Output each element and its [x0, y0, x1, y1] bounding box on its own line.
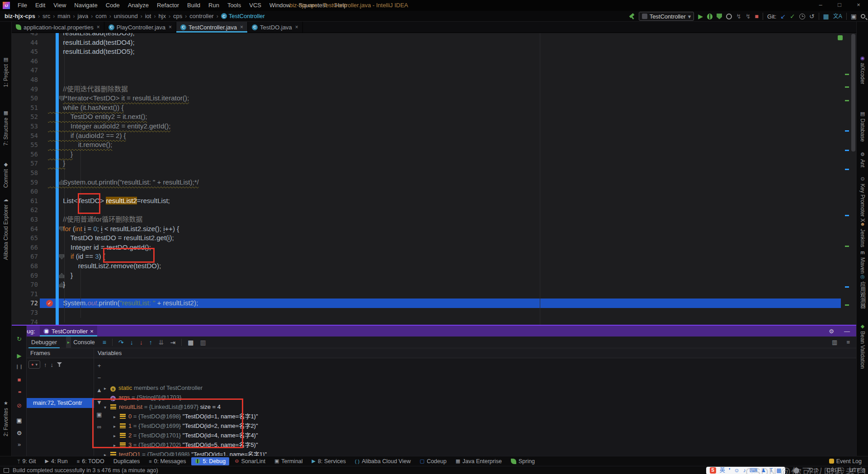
attach-profiler-icon[interactable]: ↯: [745, 11, 751, 21]
stop-button[interactable]: ■: [755, 11, 759, 21]
tab-console[interactable]: ▸Console: [61, 337, 99, 348]
toolwindow-button-aixcoder[interactable]: ◉aiXcoder: [857, 56, 868, 84]
menu-navigate[interactable]: Navigate: [70, 2, 101, 9]
toolwindow-button-duplicates[interactable]: Duplicates: [110, 457, 143, 465]
close-icon[interactable]: ×: [295, 24, 298, 30]
breadcrumb-item-hjx[interactable]: hjx: [158, 13, 166, 19]
minimize-button[interactable]: –: [811, 0, 830, 11]
toolwindow-button-sonarlint[interactable]: ⊖SonarLint: [231, 457, 269, 465]
menu-code[interactable]: Code: [102, 2, 124, 9]
step-into-icon[interactable]: ↓: [130, 339, 133, 346]
toolwindow-button-ant[interactable]: ⚙Ant: [857, 152, 868, 167]
settings-view-icon[interactable]: ▥: [200, 339, 206, 346]
run-anything-icon[interactable]: ▣: [851, 11, 857, 21]
toolwindow-button-4-run[interactable]: ▶4: Run: [41, 457, 71, 465]
toolwindow-button-key-promoter-x[interactable]: ⊙Key Promoter X: [857, 176, 868, 222]
menu-tools[interactable]: Tools: [223, 2, 245, 9]
gear-icon[interactable]: ⚙: [829, 328, 834, 335]
menu-edit[interactable]: Edit: [31, 2, 49, 9]
maximize-button[interactable]: □: [830, 0, 849, 11]
filter-icon[interactable]: [57, 362, 62, 367]
menu-analyze[interactable]: Analyze: [124, 2, 153, 9]
toolwindow-button-jenkins[interactable]: ☻Jenkins: [857, 222, 868, 247]
toolwindow-button-alibaba-cloud-view[interactable]: ( )Alibaba Cloud View: [351, 457, 415, 465]
breadcrumb-item-unisound[interactable]: unisound: [114, 13, 138, 19]
toolwindow-button-maven[interactable]: mMaven: [857, 250, 868, 274]
frame-up-icon[interactable]: ↑: [44, 361, 47, 368]
inspections-widget[interactable]: [838, 35, 843, 40]
debug-button[interactable]: [707, 14, 712, 19]
breadcrumb-item-TestController[interactable]: TestController: [229, 13, 265, 19]
mute-breakpoints-button[interactable]: ⊘: [12, 402, 27, 409]
breadcrumb-item-main[interactable]: main: [57, 13, 70, 19]
drop-frame-icon[interactable]: ⇊: [159, 339, 164, 346]
tab-TestDO.java[interactable]: CTestDO.java×: [248, 22, 303, 33]
stop-button[interactable]: ■: [12, 376, 27, 383]
layout-menu-icon[interactable]: ≡: [103, 339, 106, 346]
resume-button[interactable]: ▶: [12, 352, 27, 359]
toolwindow-toggle-icon[interactable]: [4, 468, 9, 473]
thread-selector[interactable]: ● ▾: [28, 360, 40, 369]
variable-row[interactable]: ▸testDO1 = {TestDO@1698} "TestDO(id=1, n…: [104, 450, 267, 456]
collapsed-arrow-icon[interactable]: ▸: [104, 384, 110, 393]
menu-refactor[interactable]: Refactor: [153, 2, 183, 9]
rollback-button[interactable]: ↺: [809, 11, 815, 21]
toolwindow-button-codeup[interactable]: ▢Codeup: [416, 457, 450, 465]
close-button[interactable]: ×: [849, 0, 868, 11]
pause-button[interactable]: ❙❙: [12, 364, 27, 369]
build-icon[interactable]: [629, 14, 635, 19]
menu-build[interactable]: Build: [183, 2, 204, 9]
toolwindow-button-6-todo[interactable]: ≡6: TODO: [73, 457, 108, 465]
close-icon[interactable]: ×: [169, 24, 172, 30]
toolwindow-button-java-enterprise[interactable]: ▦Java Enterprise: [452, 457, 505, 465]
scroll-up-button[interactable]: ▲: [94, 384, 104, 396]
profiler-button[interactable]: [726, 14, 732, 19]
toolwindow-button-2-favorites[interactable]: ★2: Favorites: [0, 401, 12, 436]
thread-dump-button[interactable]: ▣: [12, 417, 27, 424]
tab-PlayController.java[interactable]: CPlayController.java×: [104, 22, 176, 33]
menu-file[interactable]: File: [14, 2, 31, 9]
coverage-button[interactable]: [717, 14, 722, 19]
toolwindow-button-1-project[interactable]: ▤1: Project: [0, 57, 12, 87]
debugger-settings-button[interactable]: ⚙: [12, 430, 27, 436]
close-icon[interactable]: ×: [240, 24, 243, 30]
add-watch-button[interactable]: +: [94, 360, 104, 372]
frame-down-icon[interactable]: ↓: [50, 361, 53, 368]
close-icon[interactable]: ×: [97, 24, 100, 30]
toolwindow-button-spring[interactable]: Spring: [507, 457, 538, 465]
breadcrumb-item-src[interactable]: src: [42, 13, 50, 19]
breadcrumb-item-java[interactable]: java: [77, 13, 88, 19]
toolwindow-button-8-services[interactable]: ▶8: Services: [308, 457, 349, 465]
breadcrumb-item-biz-hjx-cps[interactable]: biz-hjx-cps: [5, 13, 35, 19]
vcs-update-button[interactable]: ↙: [780, 11, 786, 21]
view-as-table-icon[interactable]: ▦: [188, 339, 193, 346]
close-icon[interactable]: ×: [90, 328, 94, 335]
toolwindow-button-terminal[interactable]: ▣Terminal: [271, 457, 307, 465]
breadcrumb-item-iot[interactable]: iot: [145, 13, 151, 19]
view-breakpoints-button[interactable]: ●●: [12, 390, 27, 394]
vcs-commit-button[interactable]: ✓: [790, 11, 795, 21]
history-button[interactable]: [799, 14, 805, 19]
run-configuration-select[interactable]: TestController▾: [639, 12, 694, 21]
tab-TestController.java[interactable]: CTestController.java×: [176, 22, 248, 33]
frame-item[interactable]: main:72, TestContr: [27, 398, 94, 408]
menu-vcs[interactable]: VCS: [245, 2, 265, 9]
breakpoint-icon[interactable]: ✓: [46, 300, 53, 307]
toolwindow-button-database[interactable]: ▤Database: [857, 111, 868, 142]
collapsed-arrow-icon[interactable]: ▸: [104, 450, 110, 456]
breadcrumb-item-controller[interactable]: controller: [189, 13, 213, 19]
toolwindow-button-5-debug[interactable]: 5: Debug: [191, 457, 229, 465]
diagrams-icon[interactable]: ▦: [823, 11, 829, 21]
menu-run[interactable]: Run: [204, 2, 223, 9]
toolwindow-button-9-git[interactable]: ᛘ9: Git: [14, 457, 39, 465]
search-everywhere-icon[interactable]: [861, 14, 865, 19]
code-editor[interactable]: 43 resultList.add(testDO3);44 resultList…: [12, 33, 856, 325]
step-out-icon[interactable]: ↑: [149, 339, 152, 346]
toolwindow-button-commit[interactable]: ◆Commit: [0, 162, 12, 188]
hide-icon[interactable]: —: [844, 328, 850, 335]
more-actions-button[interactable]: »: [12, 441, 27, 448]
variable-row[interactable]: ▸sstatic members of TestController: [104, 383, 203, 393]
tab-application-local.properties[interactable]: application-local.properties×: [12, 22, 104, 33]
tab-debugger[interactable]: Debugger: [27, 337, 61, 348]
translate-icon[interactable]: 文A: [833, 11, 842, 21]
